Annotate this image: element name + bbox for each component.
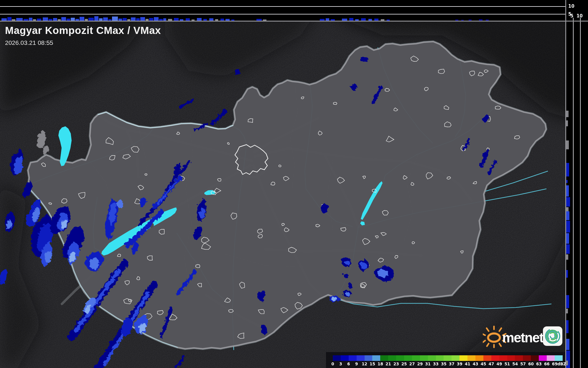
vmax-top-seg <box>159 19 163 21</box>
dbz-cell-8 <box>396 355 404 361</box>
dbz-cell-10 <box>412 355 420 361</box>
echo-blob <box>361 262 365 268</box>
vmax-top-seg <box>146 19 149 21</box>
vmax-right-echoes <box>566 22 588 368</box>
dbz-cell-9 <box>404 355 412 361</box>
vmax-right-seg <box>566 207 569 211</box>
dbz-tick-3: 3 <box>339 362 342 366</box>
vmax-top-seg <box>387 19 390 21</box>
vmax-top-seg <box>355 19 359 21</box>
vmax-right-seg <box>566 185 569 197</box>
vmax-right-seg <box>566 270 568 278</box>
vmax-top-seg <box>131 17 136 21</box>
dbz-tick-21: 21 <box>386 362 391 366</box>
panel-corner-divider <box>565 0 566 21</box>
vmax-top-echoes <box>0 0 565 21</box>
vmax-top-seg <box>342 19 347 21</box>
dbz-cell-6 <box>380 355 388 361</box>
vmax-top-seg <box>326 18 329 21</box>
vmax-right-seg <box>566 320 569 333</box>
dbz-cell-22 <box>507 355 515 361</box>
vmax-right-seg <box>566 309 568 313</box>
dbz-tick-15: 15 <box>370 362 375 366</box>
vmax-top-seg <box>180 19 183 21</box>
dbz-cell-11 <box>420 355 428 361</box>
metnet-branding: metnet <box>483 324 569 348</box>
dbz-tick-12: 12 <box>362 362 367 366</box>
vmax-top-seg <box>461 20 464 21</box>
vmax-top-seg <box>1 18 7 21</box>
dbz-cell-28 <box>555 355 563 361</box>
vmax-top-seg <box>67 19 70 21</box>
vmax-top-seg <box>53 18 57 21</box>
vmax-top-seg <box>381 19 384 21</box>
dbz-tick-31: 31 <box>425 362 431 366</box>
dbz-tick-41: 41 <box>465 362 470 366</box>
vmax-top-seg <box>112 17 118 21</box>
vmax-top-seg <box>320 19 325 21</box>
vmax-top-seg <box>215 19 218 21</box>
dbz-tick-66: 66 <box>544 362 550 366</box>
dbz-tick-9: 9 <box>355 362 358 366</box>
dbz-tick-labels: 0369121518212325272931333537394143454749… <box>326 362 565 367</box>
dbz-tick-43: 43 <box>473 362 478 366</box>
vmax-top-seg <box>24 19 28 21</box>
vmax-top-seg <box>85 19 88 21</box>
metnet-wordmark: metnet <box>502 330 543 345</box>
vmax-top-seg <box>186 18 190 21</box>
vmax-top-seg <box>49 19 52 21</box>
radar-composite-viewer: 10 5 5 10 Magyar Kompozit CMax / VMax 20… <box>0 0 588 368</box>
dbz-tick-27: 27 <box>409 362 415 366</box>
vmax-top-seg <box>16 18 23 21</box>
vmax-right-seg <box>566 254 568 260</box>
dbz-cell-20 <box>491 355 499 361</box>
echo-blob <box>360 56 367 61</box>
vmax-top-seg <box>220 19 224 21</box>
vmax-top-seg <box>43 17 48 21</box>
vmax-top-seg <box>225 19 230 21</box>
dbz-tick-49: 49 <box>496 362 502 366</box>
dbz-tick-23: 23 <box>393 362 399 366</box>
dbz-cell-21 <box>499 355 507 361</box>
vmax-top-seg <box>263 19 266 21</box>
vmax-top-seg <box>108 19 111 21</box>
vmax-top-seg <box>33 19 36 21</box>
vmax-top-panel: 10 5 5 10 <box>0 0 588 22</box>
vmax-top-seg <box>80 17 84 21</box>
vmax-top-seg <box>349 18 353 21</box>
vmax-top-seg <box>168 19 172 21</box>
vmax-top-seg <box>94 16 98 21</box>
echo-blob <box>345 260 349 264</box>
dbz-cell-26 <box>539 355 547 361</box>
vmax-right-seg <box>566 111 569 117</box>
dbz-tick-63: 63 <box>536 362 542 366</box>
vmax-top-seg <box>118 19 122 21</box>
metnet-logo: metnet <box>483 324 569 348</box>
dbz-tick-45: 45 <box>481 362 486 366</box>
vmax-top-seg <box>154 17 159 21</box>
echo-blob <box>116 199 121 207</box>
right-panel-tick-10km: 10 <box>577 14 583 18</box>
dbz-cell-23 <box>515 355 523 361</box>
dbz-cell-27 <box>547 355 555 361</box>
radar-map <box>0 0 588 368</box>
dbz-tick-25: 25 <box>401 362 407 366</box>
echo-blob <box>343 274 347 276</box>
echo-blob <box>44 251 50 261</box>
vmax-top-seg <box>479 19 482 21</box>
dbz-tick-18: 18 <box>378 362 383 366</box>
dbz-tick-69: 69 <box>552 362 558 366</box>
dbz-cell-2 <box>349 355 357 361</box>
dbz-tick-47: 47 <box>489 362 494 366</box>
vmax-top-seg <box>192 19 195 21</box>
vmax-top-seg <box>203 19 207 21</box>
timestamp: 2026.03.21 08:55 <box>5 39 161 46</box>
vmax-top-seg <box>231 19 234 21</box>
vmax-top-seg <box>469 19 472 21</box>
dbz-cell-13 <box>436 355 444 361</box>
vmax-top-seg <box>209 18 213 21</box>
vmax-top-seg <box>127 19 130 21</box>
dbz-tick-51: 51 <box>504 362 510 366</box>
vmax-right-seg <box>566 140 569 149</box>
dbz-cell-18 <box>475 355 483 361</box>
